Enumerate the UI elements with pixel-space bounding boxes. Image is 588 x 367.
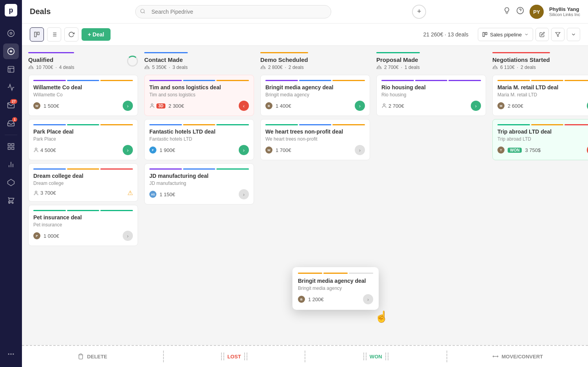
card-company: Fantastic hotels LTD	[149, 136, 249, 142]
card-weheartrees[interactable]: We heart trees non-profit deal We heart …	[260, 119, 370, 160]
card-amount: 4 500€	[33, 147, 56, 153]
sidebar-item-mail[interactable]: 27	[3, 98, 19, 113]
refresh-button[interactable]	[64, 27, 78, 42]
move-convert-drop-zone[interactable]: MOVE/CONVERT	[447, 346, 588, 367]
card-footer: 4 500€ ›	[33, 145, 133, 155]
card-amount: B 1 200€	[298, 296, 324, 303]
column-header-proposal-made: Proposal Made 2 700€ · 1 deals	[376, 52, 486, 75]
stage-button[interactable]: ‹	[239, 101, 249, 111]
person-icon	[33, 147, 39, 153]
card-amount: AS 1 150€	[149, 191, 175, 198]
logo[interactable]: p	[5, 4, 17, 16]
sidebar-item-analytics[interactable]	[3, 157, 19, 172]
svg-point-39	[35, 191, 37, 193]
card-color-bar	[33, 80, 133, 81]
next-stage-button[interactable]: ›	[123, 231, 133, 241]
column-meta: 6 110€ · 2 deals	[492, 65, 550, 70]
card-footer: T WON 3 750$ ›	[497, 145, 588, 155]
card-jdmanufacturing[interactable]: JD manufacturing deal JD manufacturing A…	[144, 163, 254, 204]
card-color-bar	[149, 124, 249, 125]
filter-button[interactable]	[551, 28, 564, 41]
next-stage-button[interactable]: ›	[355, 145, 365, 155]
card-riohousing[interactable]: Rio housing deal Rio housing 2 700€ ›	[376, 75, 486, 116]
sidebar-item-inbox[interactable]: 1	[3, 116, 19, 131]
card-color-bar	[497, 80, 588, 81]
svg-point-16	[13, 353, 14, 354]
help-icon[interactable]	[516, 7, 524, 16]
sidebar-item-more[interactable]	[3, 346, 19, 362]
card-bringitmedia[interactable]: Bringit media agency deal Bringit media …	[260, 75, 370, 116]
won-label: WON	[370, 354, 382, 360]
card-company: Rio housing	[381, 92, 481, 98]
add-button[interactable]: +	[412, 5, 426, 19]
card-parkplace[interactable]: Park Place deal Park Place 4 500€ ›	[28, 119, 138, 160]
column-cards-negotiations-started: Maria M. retail LTD deal Maria M. retail…	[492, 75, 588, 345]
sidebar-item-integrations[interactable]	[3, 175, 19, 190]
card-petinsurance[interactable]: Pet insurance deal Pet insurance P 1 000…	[28, 205, 138, 246]
card-fantastichotels[interactable]: Fantastic hotels LTD deal Fantastic hote…	[144, 119, 254, 160]
lightbulb-icon[interactable]	[503, 7, 511, 16]
next-stage-button[interactable]: ›	[363, 294, 373, 304]
won-drop-zone[interactable]: WON	[305, 346, 446, 367]
delete-label: DELETE	[87, 354, 107, 360]
column-title: Proposal Made	[376, 56, 420, 63]
loading-indicator	[127, 56, 138, 67]
search-input[interactable]	[135, 5, 331, 18]
avatar-icon: W	[265, 146, 272, 154]
column-meta: 2 800€ · 2 deals	[260, 65, 308, 70]
sidebar-item-list[interactable]	[3, 61, 19, 77]
card-title: Maria M. retail LTD deal	[497, 84, 588, 90]
sidebar-item-reports[interactable]	[3, 139, 19, 154]
card-company: Bringit media agency	[265, 92, 365, 98]
card-tripabroad[interactable]: Trip abroad LTD deal Trip abroad LTD T W…	[492, 119, 588, 160]
delete-drop-zone[interactable]: DELETE	[22, 346, 163, 367]
next-stage-button[interactable]: ›	[239, 189, 249, 199]
move-convert-label: MOVE/CONVERT	[502, 354, 543, 360]
svg-line-48	[263, 66, 265, 67]
column-header-demo-scheduled: Demo Scheduled 2 800€ · 2 deals	[260, 52, 370, 75]
next-stage-button[interactable]: ›	[471, 101, 481, 111]
card-willamette[interactable]: Willamette Co deal Willamette Co W 1 500…	[28, 75, 138, 116]
next-stage-button[interactable]: ›	[355, 101, 365, 111]
column-header-contact-made: Contact Made 5 350€ · 3 deals	[144, 52, 254, 75]
pipeline-select[interactable]: Sales pipeline	[478, 28, 533, 41]
topbar: Deals +	[22, 0, 588, 24]
move-icon	[492, 353, 499, 360]
sidebar-item-activity[interactable]	[3, 25, 19, 41]
add-deal-button[interactable]: + Deal	[82, 28, 111, 41]
column-meta-qualified: 10 700€ · 4 deals	[28, 65, 74, 70]
scale-icon	[260, 65, 266, 70]
svg-line-51	[377, 66, 379, 67]
list-view-button[interactable]	[47, 27, 61, 42]
lost-drop-zone[interactable]: LOST	[164, 346, 305, 367]
card-mariam[interactable]: Maria M. retail LTD deal Maria M. retail…	[492, 75, 588, 116]
card-amount: 3 700€	[33, 190, 56, 196]
scale-icon	[28, 65, 34, 70]
card-timandsons[interactable]: Tim and sons logistics deal Tim and sons…	[144, 75, 254, 116]
card-dreamcollege[interactable]: Dream college deal Dream college 3 700€ …	[28, 163, 138, 202]
sort-button[interactable]	[567, 28, 580, 41]
card-color-bar	[33, 210, 133, 211]
card-footer: W 1 500€ ›	[33, 101, 133, 111]
kanban-view-button[interactable]	[30, 27, 44, 42]
card-title: Dream college deal	[33, 173, 133, 179]
column-meta: 2 700€ · 1 deals	[376, 65, 420, 70]
sidebar-item-deals[interactable]	[3, 43, 19, 59]
next-stage-button[interactable]: ›	[123, 101, 133, 111]
card-amount: W 1 700€	[265, 146, 291, 154]
card-title: Trip abroad LTD deal	[497, 128, 588, 135]
svg-point-17	[141, 9, 144, 13]
card-amount: 2 700€	[381, 103, 404, 109]
deal-summary: 21 260€ · 13 deals	[423, 31, 468, 38]
sidebar-item-campaigns[interactable]	[3, 80, 19, 95]
edit-pipeline-button[interactable]	[535, 28, 549, 41]
next-stage-button[interactable]: ›	[123, 145, 133, 155]
sidebar-item-marketplace[interactable]	[3, 193, 19, 208]
inbox-badge: 1	[12, 117, 17, 122]
avatar[interactable]: PY	[530, 5, 544, 19]
avatar-icon: M	[497, 102, 505, 109]
card-footer: AS 1 150€ ›	[149, 189, 249, 199]
svg-point-44	[151, 104, 153, 106]
next-stage-button[interactable]: ›	[239, 145, 249, 155]
column-cards-contact-made: Tim and sons logistics deal Tim and sons…	[144, 75, 254, 345]
